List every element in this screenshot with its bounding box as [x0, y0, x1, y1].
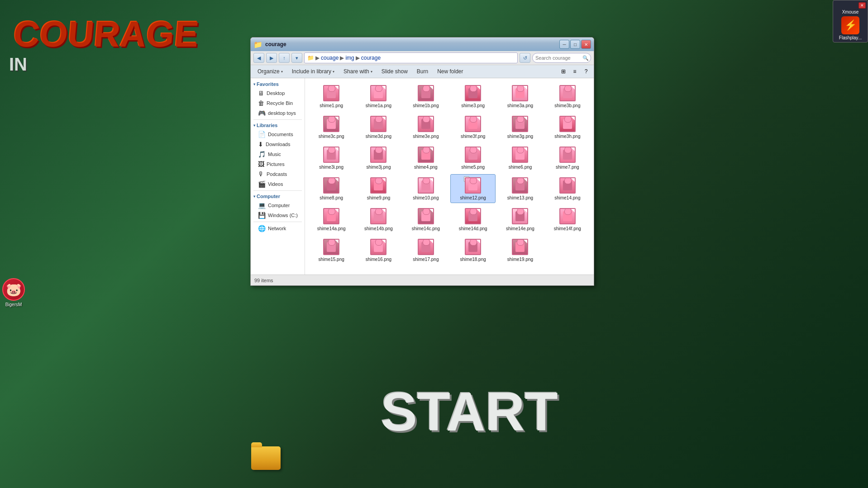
file-item[interactable]: shime3c.png: [309, 113, 354, 142]
file-item[interactable]: shime4.png: [403, 143, 448, 172]
bottom-folder-icon[interactable]: [251, 446, 281, 470]
app-panel-close-button[interactable]: ✕: [858, 2, 866, 9]
start-text: START: [381, 380, 558, 443]
file-item[interactable]: shime3i.png: [309, 143, 354, 172]
file-icon: [511, 238, 529, 256]
file-item[interactable]: shime15.png: [309, 236, 354, 265]
file-item[interactable]: shime16.png: [356, 236, 401, 265]
favorites-label: Favorites: [257, 81, 279, 87]
sidebar-section-favorites[interactable]: ▾ Favorites: [251, 80, 305, 88]
include-button[interactable]: Include in library ▾: [288, 66, 339, 76]
sidebar-item-pictures[interactable]: 🖼 Pictures: [251, 159, 305, 169]
app-panel-logo[interactable]: ⚡: [841, 16, 859, 34]
forward-button[interactable]: ▶: [266, 53, 277, 63]
file-name: shime3g.png: [507, 134, 533, 139]
search-icon[interactable]: 🔍: [582, 55, 589, 61]
new-folder-label: New folder: [437, 68, 463, 75]
file-item[interactable]: shime1a.png: [356, 82, 401, 111]
sidebar-item-videos[interactable]: 🎬 Videos: [251, 179, 305, 189]
file-item[interactable]: shime3a.png: [497, 82, 543, 111]
refresh-button[interactable]: ↺: [520, 53, 530, 63]
file-item[interactable]: shime1b.png: [403, 82, 448, 111]
sidebar-item-downloads[interactable]: ⬇ Downloads: [251, 139, 305, 149]
sidebar-item-computer[interactable]: 💻 Computer: [251, 200, 305, 210]
file-icon: [369, 84, 387, 102]
recent-button[interactable]: ▾: [291, 53, 302, 63]
file-item[interactable]: shime14d.png: [450, 205, 496, 234]
sidebar-item-desktop[interactable]: 🖥 Desktop: [251, 88, 305, 98]
png-file-icon: [465, 85, 481, 101]
organize-arrow: ▾: [281, 70, 283, 74]
sidebar-item-recycle[interactable]: 🗑 Recycle Bin: [251, 98, 305, 108]
file-item[interactable]: shime19.png: [497, 236, 543, 265]
include-arrow: ▾: [333, 70, 334, 74]
view-change-button[interactable]: ⊞: [558, 67, 568, 76]
burn-button[interactable]: Burn: [413, 66, 432, 76]
file-item[interactable]: shime12.png: [450, 174, 496, 203]
podcasts-icon: 🎙: [258, 171, 264, 178]
file-item[interactable]: shime5.png: [450, 143, 496, 172]
bg-subtitle-text: IN: [9, 54, 27, 75]
file-name: shime14f.png: [554, 226, 581, 232]
back-button[interactable]: ◀: [253, 53, 264, 63]
file-icon: [322, 238, 340, 256]
sidebar-section-libraries[interactable]: ▾ Libraries: [251, 121, 305, 129]
file-item[interactable]: shime14b.png: [356, 205, 401, 234]
address-path[interactable]: 📁 ▶ couage ▶ img ▶ courage: [304, 52, 518, 63]
file-item[interactable]: shime14e.png: [497, 205, 543, 234]
app-panel-name: Xmouse: [842, 9, 859, 14]
file-item[interactable]: shime13.png: [497, 174, 543, 203]
file-item[interactable]: shime18.png: [450, 236, 496, 265]
file-icon: [558, 207, 577, 225]
search-input[interactable]: [535, 55, 581, 61]
new-folder-button[interactable]: New folder: [433, 66, 467, 76]
sidebar-item-music[interactable]: 🎵 Music: [251, 149, 305, 159]
item-count: 99 items: [254, 278, 273, 283]
recycle-icon: 🗑: [258, 99, 264, 107]
desktop-bottom-icon[interactable]: 🐷 BigersM: [2, 278, 25, 307]
slideshow-button[interactable]: Slide show: [377, 66, 412, 76]
file-item[interactable]: shime9.png: [356, 174, 401, 203]
file-item[interactable]: shime3.png: [450, 82, 496, 111]
organize-button[interactable]: Organize ▾: [253, 66, 287, 76]
file-item[interactable]: shime14.png: [545, 174, 590, 203]
sidebar-item-podcasts[interactable]: 🎙 Podcasts: [251, 169, 305, 179]
sidebar-item-network[interactable]: 🌐 Network: [251, 223, 305, 233]
view-list-button[interactable]: ≡: [570, 67, 580, 76]
file-icon: [558, 115, 577, 133]
file-item[interactable]: shime3f.png: [450, 113, 496, 142]
file-item[interactable]: shime14a.png: [309, 205, 354, 234]
explorer-window: 📁 courage ─ □ ✕ ◀ ▶ ↑ ▾ 📁 ▶ couage ▶ img…: [250, 37, 594, 286]
sidebar-section-computer[interactable]: ▾ Computer: [251, 192, 305, 200]
desktop-toys-icon: 🎮: [258, 109, 266, 117]
network-icon: 🌐: [258, 225, 266, 232]
up-button[interactable]: ↑: [279, 53, 290, 63]
share-button[interactable]: Share with ▾: [339, 66, 377, 76]
png-file-icon: [418, 177, 434, 194]
file-item[interactable]: shime3e.png: [403, 113, 448, 142]
file-item[interactable]: shime3b.png: [545, 82, 590, 111]
help-button[interactable]: ?: [581, 67, 591, 76]
file-item[interactable]: shime17.png: [403, 236, 448, 265]
path-part-3[interactable]: courage: [361, 55, 381, 61]
file-item[interactable]: shime7.png: [545, 143, 590, 172]
minimize-button[interactable]: ─: [559, 40, 569, 49]
maximize-button[interactable]: □: [570, 40, 580, 49]
sidebar-videos-label: Videos: [268, 181, 283, 187]
file-item[interactable]: shime10.png: [403, 174, 448, 203]
file-item[interactable]: shime3h.png: [545, 113, 590, 142]
file-item[interactable]: shime14f.png: [545, 205, 590, 234]
file-item[interactable]: shime3d.png: [356, 113, 401, 142]
file-item[interactable]: shime3g.png: [497, 113, 543, 142]
path-part-1[interactable]: couage: [321, 55, 339, 61]
file-item[interactable]: shime3j.png: [356, 143, 401, 172]
file-item[interactable]: shime14c.png: [403, 205, 448, 234]
file-item[interactable]: shime1.png: [309, 82, 354, 111]
sidebar-item-windows-c[interactable]: 💾 Windows (C:): [251, 210, 305, 220]
sidebar-item-documents[interactable]: 📄 Documents: [251, 129, 305, 139]
file-item[interactable]: shime6.png: [497, 143, 543, 172]
close-button[interactable]: ✕: [581, 40, 591, 49]
sidebar-item-desktop-toys[interactable]: 🎮 desktop toys: [251, 108, 305, 118]
file-item[interactable]: shime8.png: [309, 174, 354, 203]
path-part-2[interactable]: img: [345, 55, 354, 61]
